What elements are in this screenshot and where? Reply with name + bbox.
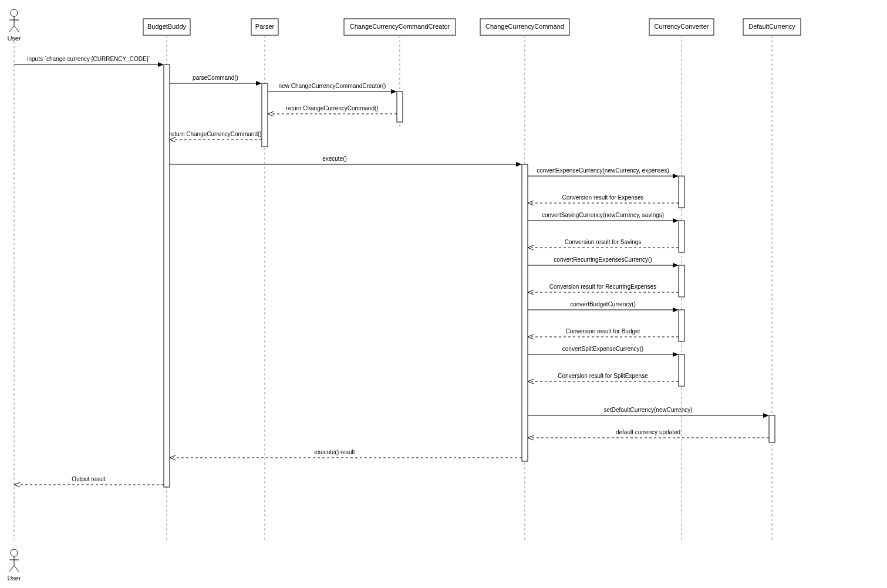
participant-converter-label: CurrencyConverter xyxy=(655,23,709,30)
activation-defaultcurrency xyxy=(769,415,775,442)
msg-arrow-m20 xyxy=(14,482,20,487)
msg-arrow-m2 xyxy=(256,81,262,86)
participant-converter: CurrencyConverter xyxy=(649,19,714,35)
msg-arrow-m15 xyxy=(673,352,679,357)
msg-text-m11: convertRecurringExpensesCurrency() xyxy=(554,256,652,263)
svg-line-3 xyxy=(9,26,14,32)
svg-point-11 xyxy=(11,549,18,556)
participant-command-label: ChangeCurrencyCommand xyxy=(485,23,564,30)
participant-defaultcurrency-label: DefaultCurrency xyxy=(748,23,795,30)
msg-arrow-m19 xyxy=(170,455,176,460)
participant-command: ChangeCurrencyCommand xyxy=(480,19,569,35)
participant-creator: ChangeCurrencyCommandCreator xyxy=(344,19,456,35)
msg-text-m3: new ChangeCurrencyCommandCreator() xyxy=(279,83,386,89)
activation-converter-2 xyxy=(679,221,684,252)
msg-text-m20: Output result xyxy=(72,476,105,482)
msg-text-m13: convertBudgetCurrency() xyxy=(570,301,636,307)
actor-user-top-label: User xyxy=(7,35,21,42)
actor-user-bottom: User xyxy=(7,549,21,582)
sequence-diagram: User BudgetBuddy Parser ChangeCurrencyCo… xyxy=(6,6,887,588)
svg-point-0 xyxy=(11,9,18,16)
msg-text-m16: Conversion result for SplitExpense xyxy=(558,373,648,379)
activation-parser xyxy=(262,83,268,147)
actor-user-top: User xyxy=(7,9,21,42)
msg-text-m19: execute() result xyxy=(315,449,355,455)
participant-creator-label: ChangeCurrencyCommandCreator xyxy=(350,23,450,30)
msg-text-m15: convertSplitExpenseCurrency() xyxy=(562,346,643,352)
msg-text-m2: parseCommand() xyxy=(193,75,238,81)
msg-text-m10: Conversion result for Savings xyxy=(565,239,642,245)
msg-arrow-m11 xyxy=(673,263,679,268)
msg-arrow-m5 xyxy=(170,137,176,142)
activation-budgetbuddy xyxy=(164,65,170,487)
participant-budgetbuddy: BudgetBuddy xyxy=(143,19,190,35)
msg-text-m18: default currency updated xyxy=(616,429,680,435)
msg-arrow-m9 xyxy=(673,218,679,223)
msg-text-m8: Conversion result for Expenses xyxy=(562,194,644,201)
svg-line-14 xyxy=(9,566,14,572)
msg-arrow-m17 xyxy=(763,413,769,418)
participant-parser-label: Parser xyxy=(255,23,275,30)
msg-arrow-m3 xyxy=(391,89,397,94)
msg-text-m12: Conversion result for RecurringExpenses xyxy=(549,283,656,290)
msg-text-m7: convertExpenseCurrency(newCurrency, expe… xyxy=(537,167,669,174)
activation-command xyxy=(522,164,528,461)
msg-arrow-m13 xyxy=(673,307,679,312)
svg-line-4 xyxy=(14,26,19,32)
activation-converter-1 xyxy=(679,176,684,208)
activation-creator xyxy=(397,92,403,122)
msg-text-m5: return ChangeCurrencyCommand() xyxy=(169,131,261,137)
msg-text-m9: convertSavingCurrency(newCurrency, savin… xyxy=(542,212,664,218)
msg-text-m4: return ChangeCurrencyCommand() xyxy=(286,105,378,111)
actor-user-bottom-label: User xyxy=(7,575,21,582)
activation-converter-3 xyxy=(679,265,684,297)
activation-converter-5 xyxy=(679,354,684,386)
msg-text-m6: execute() xyxy=(322,156,347,162)
svg-line-15 xyxy=(14,566,19,572)
msg-arrow-m7 xyxy=(673,174,679,178)
participant-parser: Parser xyxy=(251,19,278,35)
msg-text-m17: setDefaultCurrency(newCurrency) xyxy=(603,407,692,413)
msg-text-m1: inputs `change currency [CURRENCY_CODE]` xyxy=(27,56,150,62)
participant-budgetbuddy-label: BudgetBuddy xyxy=(147,23,187,30)
activation-converter-4 xyxy=(679,310,684,342)
msg-arrow-m1 xyxy=(158,62,164,67)
participant-defaultcurrency: DefaultCurrency xyxy=(743,19,801,35)
msg-text-m14: Conversion result for Budget xyxy=(566,328,640,334)
msg-arrow-m6 xyxy=(516,162,522,167)
